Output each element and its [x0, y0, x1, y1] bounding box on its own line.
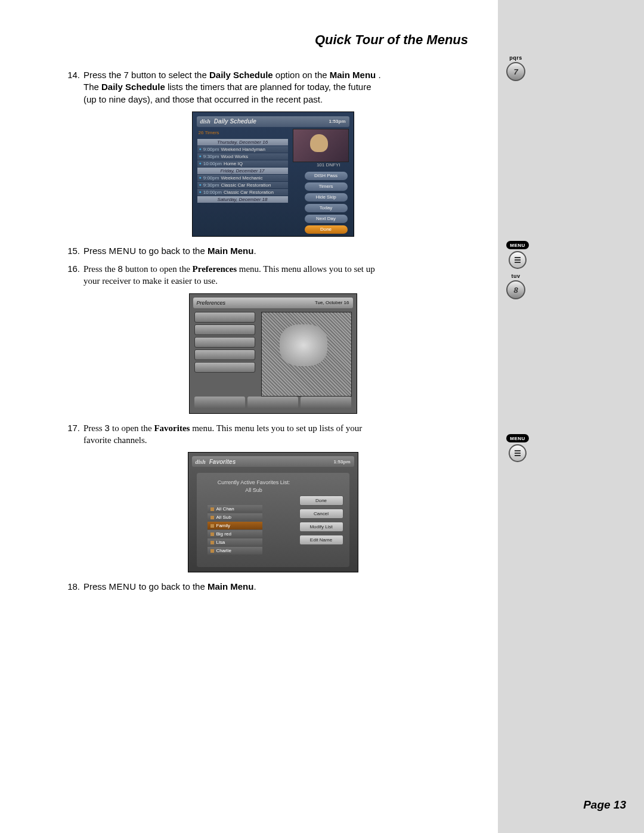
hide-skip-button: Hide Skip [305, 193, 348, 202]
done-button: Done [299, 496, 343, 506]
step-text: Press the 7 button to select the Daily S… [83, 69, 382, 106]
step-15: 15. Press MENU to go back to the Main Me… [60, 245, 382, 257]
step-num: 14. [60, 69, 80, 106]
step-14: 14. Press the 7 button to select the Dai… [60, 69, 382, 106]
step-18: 18. Press MENU to go back to the Main Me… [60, 581, 382, 593]
page-number: Page 13 [583, 798, 626, 812]
step-16: 16. Press the 8 button to open the Prefe… [60, 263, 382, 287]
favorites-screenshot: dishFavorites1:53pm Currently Active Fav… [188, 452, 358, 572]
edit-name-button: Edit Name [299, 535, 343, 545]
next-day-button: Next Day [305, 215, 348, 223]
page-header: Quick Tour of the Menus [60, 32, 486, 48]
step-17: 17. Press 3 to open the Favorites menu. … [60, 422, 382, 447]
modify-list-button: Modify List [299, 522, 343, 532]
done-button: Done [305, 225, 348, 234]
cancel-button: Cancel [299, 509, 343, 519]
daily-schedule-screenshot: dishDaily Schedule1:53pm 26 Timers 101 D… [192, 112, 354, 237]
timers-button: Timers [305, 182, 348, 191]
remote-menu-icon: MENU [506, 434, 529, 462]
remote-8-icon: tuv 8 [506, 273, 525, 299]
sidebar: pqrs 7 MENU tuv 8 MENU Page 13 [498, 0, 644, 833]
preview-video [293, 129, 349, 162]
dish-pass-button: DISH Pass [305, 172, 348, 180]
today-button: Today [305, 204, 348, 212]
preferences-screenshot: PreferencesTue, October 16 [189, 293, 357, 414]
remote-7-icon: pqrs 7 [506, 55, 525, 81]
remote-menu-icon: MENU [506, 241, 529, 269]
